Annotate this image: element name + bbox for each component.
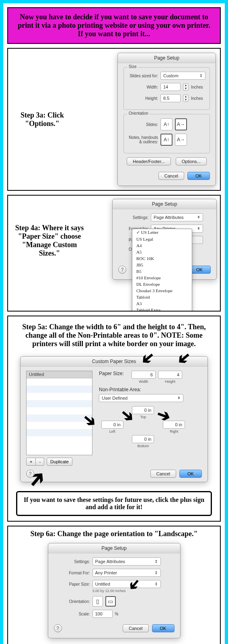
ok-button[interactable]: OK (152, 624, 175, 632)
format-for-select[interactable]: Any Printer▲▼ (92, 569, 161, 577)
orientation-group-label: Orientation (127, 111, 150, 116)
paper-size-info: 3.00 by 12.00 inches (92, 589, 126, 593)
paper-width-input[interactable]: 6 (131, 371, 156, 379)
top-label: Top (140, 415, 146, 419)
right-label: Right (170, 429, 178, 433)
size-group-label: Size (127, 64, 138, 69)
portrait-button[interactable]: ▯ (92, 596, 103, 607)
paper-width-label: Width (139, 380, 148, 384)
user-defined-select[interactable]: User Defined▲▼ (99, 394, 183, 402)
dialog-title: Page Setup (118, 53, 216, 63)
caption-3a: Step 3a: Click "Options." (12, 111, 72, 128)
menu-item[interactable]: #10 Envelope (132, 275, 192, 281)
panel-3a: Step 3a: Click "Options." Page Setup Siz… (7, 48, 221, 191)
ok-button[interactable]: OK (179, 470, 202, 478)
paper-height-input[interactable]: 4 (158, 371, 182, 379)
menu-item[interactable]: Tabloid Extra (132, 307, 192, 312)
notes-landscape-btn[interactable]: A→ (175, 134, 187, 146)
format-for-label: Format For: (54, 571, 90, 575)
help-icon[interactable]: ? (118, 266, 126, 274)
dialog-title: Custom Paper Sizes (21, 357, 207, 367)
duplicate-button[interactable]: Duplicate (47, 458, 72, 466)
width-stepper[interactable]: ▲▼ (183, 83, 189, 91)
caption-5a: Step 5a: Change the width to 6" and the … (8, 320, 220, 351)
dialog-title: Page Setup (48, 543, 180, 553)
orientation-label: Orientation: (54, 599, 90, 604)
notes-orient-label: Notes, handouts & outlines: (128, 135, 158, 144)
panel-6a: Step 6a: Change the page orientation to … (7, 526, 221, 644)
paper-height-label: Height (165, 380, 175, 384)
cancel-button[interactable]: Cancel (150, 470, 176, 478)
page-setup-dialog-1: Page Setup Size Slides sized for: Custom… (117, 53, 216, 186)
sizes-listbox[interactable]: Untitled (26, 371, 92, 455)
scale-input[interactable]: 100 (92, 610, 113, 618)
help-icon[interactable]: ? (54, 624, 62, 632)
left-margin-input[interactable]: 0 in (101, 421, 123, 429)
list-header: Untitled (27, 371, 92, 378)
paper-size-dropdown[interactable]: US Letter US Legal A4 A5 ROC 16K JB5 B5 … (132, 229, 192, 312)
help-icon[interactable]: ? (26, 470, 34, 478)
menu-item[interactable]: A4 (132, 242, 192, 249)
notes-portrait-btn[interactable]: A↑ (160, 134, 173, 146)
nonprintable-label: Non-Printable Area: (99, 387, 202, 392)
header-footer-button[interactable]: Header/Footer... (127, 157, 171, 165)
slides-sized-for-select[interactable]: Custom▲▼ (160, 72, 205, 80)
height-input[interactable]: 8.5 (160, 94, 181, 102)
caption-6a: Step 6a: Change the page orientation to … (8, 530, 220, 538)
panel-4a: Step 4a: Where it says "Paper Size" choo… (7, 195, 221, 312)
paper-size-select[interactable]: Untitled▲▼ (92, 580, 161, 588)
slides-portrait-btn[interactable]: A↑ (160, 118, 173, 130)
cancel-button[interactable]: Cancel (158, 172, 184, 180)
width-label: Width: (128, 85, 158, 89)
settings-select[interactable]: Page Attributes▲▼ (151, 213, 203, 221)
settings-select[interactable]: Page Attributes▲▼ (92, 557, 161, 566)
menu-item[interactable]: A3 (132, 300, 192, 307)
ok-button[interactable]: OK (187, 172, 210, 180)
menu-item[interactable]: A5 (132, 249, 192, 255)
top-margin-input[interactable]: 0 in (132, 406, 154, 414)
bottom-label: Bottom (138, 444, 149, 448)
intro-banner: Now you have to decide if you want to sa… (7, 7, 221, 44)
page-setup-dialog-3: Page Setup Settings: Page Attributes▲▼ F… (48, 543, 181, 638)
width-unit: Inches (191, 85, 203, 89)
left-label: Left (109, 429, 115, 433)
menu-item[interactable]: US Letter (132, 229, 192, 236)
menu-item[interactable]: Choukei 3 Envelope (132, 287, 192, 294)
paper-size-label: Paper Size: (99, 371, 129, 376)
caption-4a: Step 4a: Where it says "Paper Size" choo… (11, 224, 88, 258)
menu-item[interactable]: ROC 16K (132, 255, 192, 262)
dialog-title: Page Setup (113, 199, 216, 209)
slides-orient-label: Slides: (128, 122, 158, 127)
height-unit: Inches (191, 96, 203, 101)
note-5a: If you want to save these settings for f… (16, 491, 212, 516)
menu-item[interactable]: B5 (132, 268, 192, 275)
menu-item[interactable]: DL Envelope (132, 281, 192, 287)
slides-sized-for-label: Slides sized for: (128, 74, 158, 78)
settings-label: Settings: (54, 559, 90, 564)
slides-landscape-btn[interactable]: A→ (175, 118, 187, 130)
add-size-button[interactable]: + (26, 458, 36, 466)
scale-unit: % (115, 612, 119, 616)
custom-paper-sizes-dialog: Custom Paper Sizes Untitled + - Dupl (20, 356, 208, 482)
remove-size-button[interactable]: - (36, 458, 44, 466)
scale-label: Scale: (54, 612, 90, 616)
menu-item[interactable]: Tabloid (132, 294, 192, 300)
cancel-button[interactable]: Cancel (123, 624, 148, 632)
landscape-button[interactable]: ▭ (105, 596, 116, 607)
menu-item[interactable]: JB5 (132, 262, 192, 268)
panel-5a: Step 5a: Change the width to 6" and the … (7, 316, 221, 522)
right-margin-input[interactable]: 0 in (163, 421, 185, 429)
menu-item[interactable]: US Legal (132, 236, 192, 242)
height-stepper[interactable]: ▲▼ (183, 95, 189, 102)
paper-size-label: Paper Size: (54, 582, 90, 586)
settings-label: Settings: (118, 215, 148, 220)
height-label: Height: (128, 96, 158, 101)
width-input[interactable]: 14 (160, 83, 181, 91)
bottom-margin-input[interactable]: 0 in (132, 435, 154, 443)
options-button[interactable]: Options... (176, 157, 207, 165)
